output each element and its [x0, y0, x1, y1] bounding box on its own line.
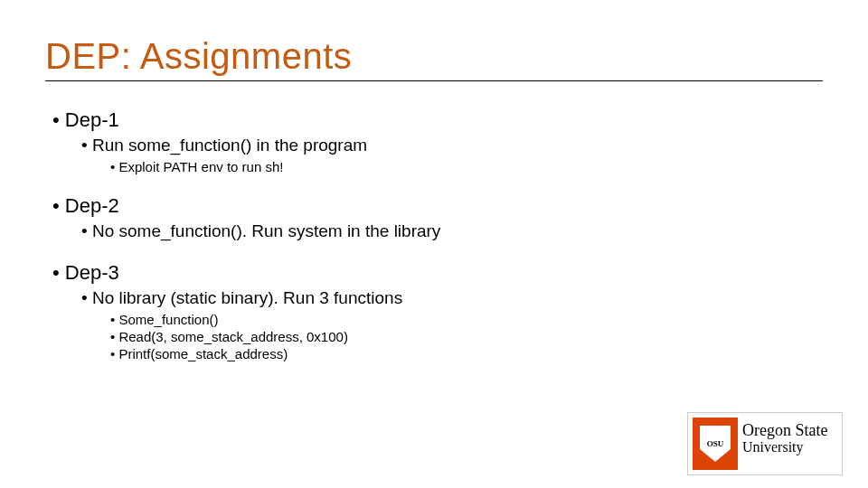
osu-logo: OSU Oregon State University: [687, 412, 843, 475]
shield-icon: OSU: [700, 426, 731, 462]
logo-text: Oregon State University: [742, 422, 827, 455]
item-label: Some_function(): [118, 312, 218, 327]
logo-line2: University: [742, 440, 827, 455]
shield-text: OSU: [707, 439, 724, 448]
item-label: Printf(some_stack_address): [118, 346, 288, 361]
item-label: No some_function(). Run system in the li…: [92, 221, 440, 240]
item-label: Run some_function() in the program: [92, 136, 367, 155]
list-item: Exploit PATH env to run sh!: [110, 159, 823, 174]
list-item: Read(3, some_stack_address, 0x100): [110, 329, 823, 344]
item-label: Dep-1: [65, 108, 119, 131]
list-item: Printf(some_stack_address): [110, 346, 823, 361]
list-item: No library (static binary). Run 3 functi…: [81, 288, 823, 361]
logo-line1: Oregon State: [742, 422, 827, 439]
item-label: Exploit PATH env to run sh!: [118, 159, 283, 174]
list-item: Dep-3 No library (static binary). Run 3 …: [52, 261, 823, 361]
slide: DEP: Assignments Dep-1 Run some_function…: [0, 0, 868, 488]
list-item: Some_function(): [110, 312, 823, 327]
list-item: Dep-1 Run some_function() in the program…: [52, 108, 823, 174]
item-label: Dep-3: [65, 261, 119, 284]
item-label: Read(3, some_stack_address, 0x100): [118, 329, 347, 344]
list-item: Dep-2 No some_function(). Run system in …: [52, 194, 823, 241]
logo-badge: OSU: [693, 418, 738, 470]
title-underline: [45, 80, 823, 81]
list-item: Run some_function() in the program Explo…: [81, 136, 823, 174]
slide-title: DEP: Assignments: [45, 36, 823, 77]
item-label: Dep-2: [65, 194, 119, 217]
list-item: No some_function(). Run system in the li…: [81, 221, 823, 241]
item-label: No library (static binary). Run 3 functi…: [92, 288, 402, 307]
bullet-list: Dep-1 Run some_function() in the program…: [52, 108, 823, 361]
